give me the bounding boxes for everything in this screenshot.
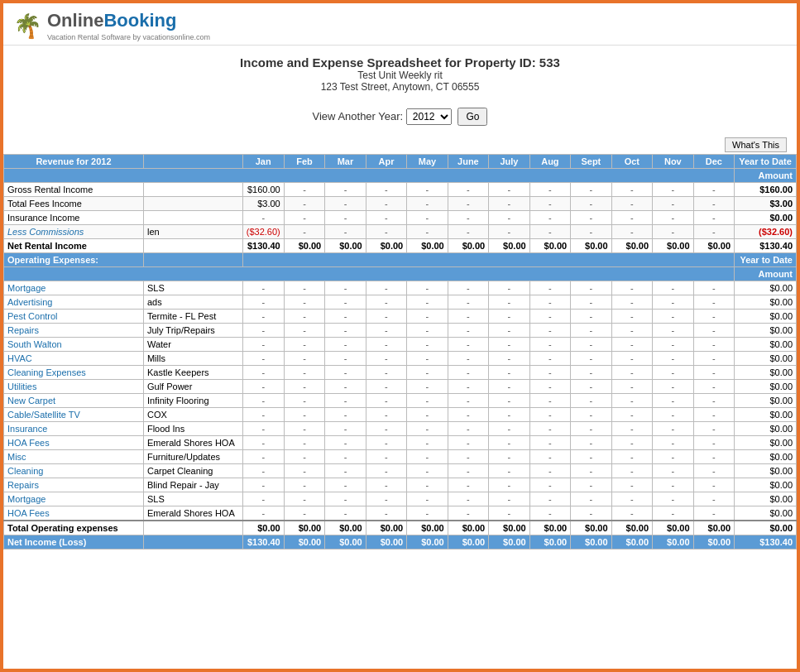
table-row: Less Commissions len ($32.60) - - - - - … (4, 225, 797, 239)
operating-header-label: Operating Expenses: (4, 253, 144, 267)
header-sept: Sept (571, 155, 611, 169)
net-income-jan: $130.40 (242, 535, 284, 550)
row-label[interactable]: Less Commissions (4, 225, 144, 239)
row-label[interactable]: Mortgage (4, 492, 144, 506)
row-jan: ($32.60) (242, 225, 284, 239)
operating-ytd-label: Year to Date (735, 253, 797, 267)
row-ytd: $160.00 (735, 183, 797, 197)
table-row: Insurance Flood Ins ------------ $0.00 (4, 422, 797, 436)
row-label[interactable]: HVAC (4, 352, 144, 366)
row-sub (143, 183, 242, 197)
row-sub: SLS (143, 492, 242, 506)
whats-this-button[interactable]: What's This (725, 137, 787, 152)
row-ytd: $0.00 (735, 478, 797, 492)
header-aug: Aug (529, 155, 570, 169)
row-label[interactable]: Mortgage (4, 281, 144, 295)
table-row: HOA Fees Emerald Shores HOA ------------… (4, 436, 797, 450)
row-label: Total Fees Income (4, 197, 144, 211)
table-row: New Carpet Infinity Flooring -----------… (4, 394, 797, 408)
row-sub: SLS (143, 281, 242, 295)
header-mar: Mar (325, 155, 366, 169)
logo-booking: Booking (103, 10, 176, 31)
row-label[interactable]: Cable/Satellite TV (4, 408, 144, 422)
row-sub: July Trip/Repairs (143, 324, 242, 338)
operating-header-row: Operating Expenses: Year to Date (4, 253, 797, 267)
logo-text: OnlineBooking (47, 10, 210, 31)
table-row: Cleaning Carpet Cleaning ------------ $0… (4, 464, 797, 478)
row-sub: ads (143, 295, 242, 310)
table-row: Misc Furniture/Updates ------------ $0.0… (4, 450, 797, 464)
total-operating-row: Total Operating expenses $0.00 $0.00 $0.… (4, 521, 797, 535)
table-row: Utilities Gulf Power ------------ $0.00 (4, 380, 797, 394)
row-sub: Termite - FL Pest (143, 310, 242, 324)
row-label[interactable]: Repairs (4, 478, 144, 492)
header-feb: Feb (284, 155, 324, 169)
year-selector-label: View Another Year: (313, 110, 404, 122)
row-label[interactable]: Misc (4, 450, 144, 464)
spreadsheet-table: Revenue for 2012 Jan Feb Mar Apr May Jun… (3, 154, 797, 550)
table-row: South Walton Water ------------ $0.00 (4, 338, 797, 352)
go-button[interactable]: Go (457, 108, 487, 126)
logo-online: Online (47, 10, 103, 31)
header-dec: Dec (693, 155, 734, 169)
row-ytd: $0.00 (735, 422, 797, 436)
row-sub: COX (143, 408, 242, 422)
table-row: HOA Fees Emerald Shores HOA ------------… (4, 506, 797, 521)
row-ytd: $0.00 (735, 338, 797, 352)
row-ytd: $0.00 (735, 211, 797, 225)
row-jan: $130.40 (242, 239, 284, 253)
row-sub: Kastle Keepers (143, 366, 242, 380)
page-title: Income and Expense Spreadsheet for Prope… (3, 55, 797, 70)
total-op-ytd: $0.00 (735, 521, 797, 535)
row-ytd: $0.00 (735, 295, 797, 310)
row-sub (143, 197, 242, 211)
row-label[interactable]: South Walton (4, 338, 144, 352)
table-row: Gross Rental Income $160.00 - - - - - - … (4, 183, 797, 197)
row-ytd: $0.00 (735, 394, 797, 408)
row-ytd: $0.00 (735, 492, 797, 506)
property-sub2: 123 Test Street, Anytown, CT 06555 (3, 81, 797, 93)
row-sub: Blind Repair - Jay (143, 478, 242, 492)
header-revenue: Revenue for 2012 (4, 155, 144, 169)
year-select[interactable]: 2012 2011 2010 (406, 108, 452, 125)
row-label[interactable]: Repairs (4, 324, 144, 338)
row-ytd: $0.00 (735, 281, 797, 295)
row-ytd: $0.00 (735, 324, 797, 338)
table-row: Repairs Blind Repair - Jay ------------ … (4, 478, 797, 492)
header-sub (143, 155, 242, 169)
row-label[interactable]: HOA Fees (4, 436, 144, 450)
row-sub: Gulf Power (143, 380, 242, 394)
header-may: May (407, 155, 448, 169)
operating-amount-subheader: Amount (4, 267, 797, 281)
net-income-label: Net Income (Loss) (4, 535, 144, 550)
row-ytd: $0.00 (735, 436, 797, 450)
row-label[interactable]: Insurance (4, 422, 144, 436)
table-row: Mortgage SLS ------------ $0.00 (4, 281, 797, 295)
row-label[interactable]: Cleaning (4, 464, 144, 478)
row-sub (143, 211, 242, 225)
row-ytd: $0.00 (735, 408, 797, 422)
net-income-row: Net Income (Loss) $130.40 $0.00 $0.00 $0… (4, 535, 797, 550)
table-row: Cleaning Expenses Kastle Keepers -------… (4, 366, 797, 380)
row-label[interactable]: Utilities (4, 380, 144, 394)
row-label[interactable]: Cleaning Expenses (4, 366, 144, 380)
row-sub (143, 239, 242, 253)
table-row: Advertising ads ------------ $0.00 (4, 295, 797, 310)
year-selector: View Another Year: 2012 2011 2010 Go (3, 99, 797, 134)
row-sub: len (143, 225, 242, 239)
table-row: Cable/Satellite TV COX ------------ $0.0… (4, 408, 797, 422)
row-label[interactable]: Advertising (4, 295, 144, 310)
row-label: Insurance Income (4, 211, 144, 225)
row-jan: $160.00 (242, 183, 284, 197)
whats-this-row: What's This (3, 134, 797, 154)
table-row: Total Fees Income $3.00 - - - - - - - - … (4, 197, 797, 211)
table-row: Mortgage SLS ------------ $0.00 (4, 492, 797, 506)
row-ytd: $0.00 (735, 310, 797, 324)
row-label[interactable]: Pest Control (4, 310, 144, 324)
table-row: Repairs July Trip/Repairs ------------ $… (4, 324, 797, 338)
header-jan: Jan (242, 155, 284, 169)
header-ytd: Year to Date (735, 155, 797, 169)
row-label[interactable]: HOA Fees (4, 506, 144, 521)
table-row: Pest Control Termite - FL Pest ---------… (4, 310, 797, 324)
row-label[interactable]: New Carpet (4, 394, 144, 408)
